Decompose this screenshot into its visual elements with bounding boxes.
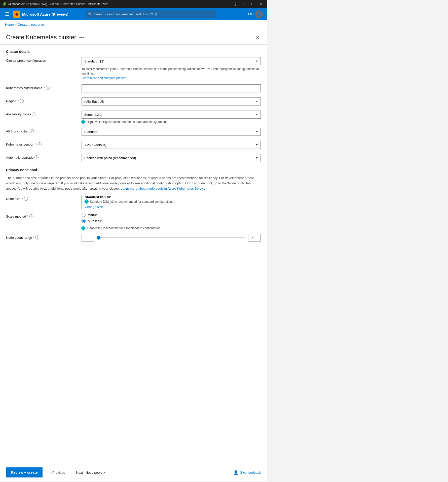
node-count-required: * (33, 236, 34, 239)
node-count-min-input[interactable] (82, 234, 94, 242)
window-close-btn[interactable]: ✕ (257, 1, 264, 7)
region-control: (US) East US (US) East US 2 (US) West US… (82, 97, 261, 106)
footer: Review + create < Previous Next : Node p… (0, 464, 267, 481)
feedback-link[interactable]: 👤 Give feedback (233, 470, 261, 475)
breadcrumb-home[interactable]: Home (5, 23, 14, 26)
node-size-label: Node size * i (6, 195, 82, 201)
availability-zones-note: High availability is recommended for sta… (82, 120, 261, 124)
cluster-preset-desc: To quickly customize your Kubernetes clu… (82, 67, 261, 80)
scale-method-autoscale-radio[interactable] (82, 219, 86, 223)
node-count-max-input[interactable] (248, 234, 261, 242)
title-bar-controls: ⋮ — □ ✕ (231, 1, 264, 7)
region-select-wrapper: (US) East US (US) East US 2 (US) West US… (82, 97, 261, 106)
node-size-diamond-icon (84, 199, 89, 204)
cluster-preset-link[interactable]: Learn more and compare presets (82, 76, 126, 80)
automatic-upgrade-select[interactable]: Enabled with patch (recommended) Enabled… (82, 154, 261, 162)
previous-btn[interactable]: < Previous (45, 468, 69, 477)
cluster-preset-row: Cluster preset configuration Dev/Test ($… (6, 57, 261, 80)
title-bar-icon: 🧩 (3, 2, 6, 6)
next-btn[interactable]: Next : Node pools > (72, 468, 109, 477)
node-size-box: Standard DS2 v2 Standard DS2_v2 is recom… (82, 195, 261, 209)
cluster-name-info-icon[interactable]: i (46, 86, 50, 90)
pool-description: The number and size of nodes in the prim… (6, 176, 261, 191)
automatic-upgrade-select-wrapper: Enabled with patch (recommended) Enabled… (82, 154, 261, 162)
scale-method-label: Scale method * i (6, 213, 82, 218)
aks-pricing-row: AKS pricing tier i Free Standard ▼ (6, 128, 261, 137)
page-close-btn[interactable]: ✕ (254, 33, 261, 41)
search-bar[interactable]: 🔍 (86, 10, 216, 18)
cluster-name-input[interactable] (82, 84, 261, 92)
availability-zones-select-wrapper: Zones 1,2,3 Zone 1 Zone 2 Zone 3 None ▼ (82, 111, 261, 119)
scale-method-diamond-icon (81, 226, 86, 231)
cluster-preset-select[interactable]: Dev/Test ($) Standard ($$) Production ($… (82, 57, 261, 65)
availability-zones-select[interactable]: Zones 1,2,3 Zone 1 Zone 2 Zone 3 None (82, 111, 261, 119)
cluster-preset-control: Dev/Test ($) Standard ($$) Production ($… (82, 57, 261, 80)
azure-header: ☰ 🐞 Microsoft Azure (Preview) 🔍 ••• 👤 (0, 8, 267, 20)
scale-method-required: * (27, 215, 28, 218)
review-create-btn[interactable]: Review + create (6, 467, 43, 477)
header-more-btn[interactable]: ••• (248, 12, 253, 17)
region-row: Region * i (US) East US (US) East US 2 (… (6, 97, 261, 107)
scale-method-row: Scale method * i Manual Autoscale (6, 213, 261, 230)
region-required: * (17, 99, 19, 103)
aks-pricing-select[interactable]: Free Standard (82, 128, 261, 136)
title-bar: 🧩 Microsoft Azure portal (PWA) - Create … (0, 0, 267, 8)
node-count-range-row: Node count range * i (6, 234, 261, 243)
scale-method-radio-group: Manual Autoscale Autoscaling is recommen… (82, 213, 261, 230)
automatic-upgrade-control: Enabled with patch (recommended) Enabled… (82, 154, 261, 162)
cluster-preset-label: Cluster preset configuration (6, 57, 82, 62)
region-select[interactable]: (US) East US (US) East US 2 (US) West US (82, 97, 261, 106)
scale-method-info-icon[interactable]: i (29, 214, 33, 218)
minimize-btn[interactable]: — (240, 1, 248, 7)
main-container: Create Kubernetes cluster ••• ✕ Cluster … (0, 29, 267, 481)
availability-zones-info-icon[interactable]: i (32, 112, 36, 116)
automatic-upgrade-info-icon[interactable]: i (34, 155, 39, 159)
content-area[interactable]: Cluster details Cluster preset configura… (0, 45, 267, 464)
title-bar-dots-btn[interactable]: ⋮ (231, 1, 239, 7)
search-input[interactable] (94, 12, 214, 16)
aks-pricing-select-wrapper: Free Standard ▼ (82, 128, 261, 136)
region-label: Region * i (6, 97, 82, 103)
region-info-icon[interactable]: i (20, 99, 24, 103)
change-size-link[interactable]: Change size (85, 205, 103, 209)
breadcrumb-sep-2: › (45, 23, 46, 26)
kubernetes-version-label: Kubernetes version * i (6, 141, 82, 146)
feedback-icon: 👤 (233, 470, 238, 475)
scale-method-manual-radio[interactable] (82, 213, 86, 217)
header-right: ••• 👤 (248, 10, 263, 18)
pool-learn-more-link[interactable]: Learn more about node pools in Azure Kub… (121, 187, 206, 190)
kubernetes-version-select[interactable]: 1.25.6 (default) 1.25.5 1.24.9 1.24.6 (82, 141, 261, 149)
node-count-range-label: Node count range * i (6, 234, 82, 239)
azure-logo-text: Microsoft Azure (Preview) (22, 12, 68, 16)
aks-pricing-info-icon[interactable]: i (30, 129, 34, 133)
maximize-btn[interactable]: □ (249, 1, 256, 7)
breadcrumb-create-resource[interactable]: Create a resource (18, 23, 44, 26)
availability-zones-row: Availability zones i Zones 1,2,3 Zone 1 … (6, 111, 261, 124)
cluster-name-required: * (44, 86, 45, 90)
search-icon: 🔍 (88, 12, 92, 16)
page-title: Create Kubernetes cluster (6, 34, 76, 41)
availability-zones-label: Availability zones i (6, 111, 82, 116)
kubernetes-version-required: * (35, 143, 36, 146)
avatar[interactable]: 👤 (255, 10, 263, 18)
node-size-control: Standard DS2 v2 Standard DS2_v2 is recom… (82, 195, 261, 209)
title-bar-title: Microsoft Azure portal (PWA) - Create Ku… (8, 2, 108, 6)
cluster-name-row: Kubernetes cluster name * i (6, 84, 261, 93)
node-size-title: Standard DS2 v2 (85, 195, 261, 199)
page-options-btn[interactable]: ••• (79, 35, 85, 40)
hamburger-menu[interactable]: ☰ (4, 10, 10, 18)
kubernetes-version-info-icon[interactable]: i (38, 142, 42, 146)
scale-method-autoscale-option[interactable]: Autoscale (82, 219, 261, 223)
scale-method-manual-option[interactable]: Manual (82, 213, 261, 217)
cluster-details-section-title: Cluster details (6, 50, 261, 54)
node-count-info-icon[interactable]: i (35, 235, 39, 239)
breadcrumb: Home › Create a resource › (0, 20, 267, 29)
node-count-slider[interactable] (97, 237, 246, 238)
azure-logo: 🐞 Microsoft Azure (Preview) (13, 11, 68, 18)
cluster-name-control (82, 84, 261, 92)
page-header: Create Kubernetes cluster ••• ✕ (0, 29, 267, 45)
node-size-info-icon[interactable]: i (24, 197, 28, 201)
page-title-row: Create Kubernetes cluster ••• (6, 34, 85, 41)
title-bar-left: 🧩 Microsoft Azure portal (PWA) - Create … (3, 2, 108, 6)
automatic-upgrade-row: Automatic upgrade i Enabled with patch (… (6, 154, 261, 163)
